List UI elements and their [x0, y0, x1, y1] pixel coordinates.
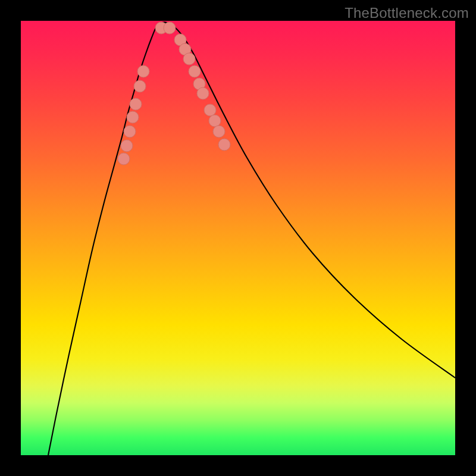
marker-point [124, 126, 136, 137]
watermark-text: TheBottleneck.com [345, 5, 469, 21]
marker-point [209, 115, 221, 127]
marker-point [218, 139, 230, 151]
marker-point [137, 65, 149, 77]
curve-svg [21, 21, 455, 455]
marker-point [197, 87, 209, 99]
marker-point [121, 140, 133, 152]
marker-point [130, 98, 142, 110]
marker-point [134, 80, 146, 92]
marker-point [127, 111, 139, 123]
marker-point [189, 65, 201, 77]
marker-point [118, 153, 130, 165]
bottleneck-curve [48, 22, 455, 455]
marker-point [213, 126, 225, 137]
marker-point [183, 53, 195, 65]
curve-path [48, 22, 455, 455]
marker-point [204, 104, 216, 116]
plot-area [21, 21, 455, 455]
marker-point [164, 22, 176, 34]
chart-frame: TheBottleneck.com [0, 0, 476, 476]
